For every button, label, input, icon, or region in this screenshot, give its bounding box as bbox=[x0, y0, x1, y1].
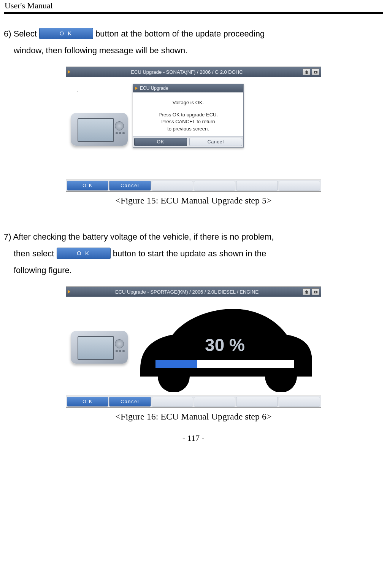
step7-line2-after: button to start the update as shown in t… bbox=[113, 249, 266, 258]
caret-icon bbox=[68, 290, 70, 294]
bottom-empty-button bbox=[194, 181, 235, 191]
progress-track bbox=[155, 360, 294, 368]
figure15-screenshot: ECU Upgrade - SONATA(NF) / 2006 / G 2.0 … bbox=[66, 67, 321, 192]
bottom-cancel-button[interactable]: Cancel bbox=[109, 181, 151, 191]
caret-icon bbox=[135, 87, 138, 90]
ok-button-inline: O K bbox=[39, 28, 93, 39]
figure15-bottombar: O K Cancel bbox=[66, 180, 321, 191]
dialog-msg-line3: Press CANCEL to return bbox=[136, 118, 240, 125]
step6-text-line2: window, then following message will be s… bbox=[4, 42, 383, 59]
ecu-upgrade-dialog: ECU Upgrade Voltage is OK. Press OK to u… bbox=[133, 84, 244, 148]
bottom-empty-button bbox=[279, 397, 320, 407]
step6-text-after-ok: button at the bottom of the update proce… bbox=[95, 29, 265, 38]
bottom-ok-button[interactable]: O K bbox=[67, 397, 108, 407]
device-illustration bbox=[71, 109, 128, 147]
dialog-ok-button[interactable]: OK bbox=[134, 138, 187, 146]
figure-16: ECU Upgrade - SPORTAGE(KM) / 2006 / 2.0L… bbox=[4, 286, 383, 408]
dialog-titlebar: ECU Upgrade bbox=[133, 84, 243, 92]
page-header: User's Manual bbox=[4, 0, 383, 12]
step6-paragraph: 6) Select O K button at the bottom of th… bbox=[4, 25, 383, 59]
header-divider bbox=[4, 12, 383, 14]
bottom-empty-button bbox=[279, 181, 320, 191]
caret-icon bbox=[68, 70, 70, 74]
svg-point-3 bbox=[315, 291, 316, 293]
figure16-caption: <Figure 16: ECU Manual Upgrade step 6> bbox=[4, 412, 383, 422]
dialog-title: ECU Upgrade bbox=[140, 86, 168, 91]
figure15-content: . ECU Upgrade Voltage is OK. Press bbox=[66, 77, 321, 180]
figure-15: ECU Upgrade - SONATA(NF) / 2006 / G 2.0 … bbox=[4, 67, 383, 192]
home-icon[interactable] bbox=[303, 288, 310, 295]
step7-line3: following figure. bbox=[4, 262, 383, 279]
car-progress-graphic: 30 % bbox=[136, 304, 313, 392]
dialog-msg-line1: Voltage is OK. bbox=[136, 99, 240, 106]
figure16-title-text: ECU Upgrade - SPORTAGE(KM) / 2006 / 2.0L… bbox=[73, 289, 301, 295]
home-icon[interactable] bbox=[303, 68, 310, 75]
bottom-empty-button bbox=[152, 397, 193, 407]
page-number: - 117 - bbox=[4, 433, 383, 443]
dialog-msg-line2: Press OK to upgrade ECU. bbox=[136, 111, 240, 118]
step6-text-prefix: 6) Select bbox=[4, 29, 39, 38]
bottom-empty-button bbox=[152, 181, 193, 191]
dot-text: . bbox=[77, 88, 78, 93]
bottom-empty-button bbox=[236, 397, 278, 407]
dialog-msg-line4: to previous screen. bbox=[136, 126, 240, 132]
figure16-titlebar: ECU Upgrade - SPORTAGE(KM) / 2006 / 2.0L… bbox=[66, 287, 321, 297]
figure15-title-text: ECU Upgrade - SONATA(NF) / 2006 / G 2.0 … bbox=[73, 69, 301, 75]
step7-line1: 7) After checking the battery voltage of… bbox=[4, 232, 274, 242]
bottom-cancel-button[interactable]: Cancel bbox=[109, 397, 151, 407]
dialog-buttons: OK Cancel bbox=[133, 136, 243, 147]
figure16-content: 30 % bbox=[66, 297, 321, 396]
bottom-empty-button bbox=[236, 181, 278, 191]
ok-button-inline: O K bbox=[57, 248, 111, 259]
svg-point-1 bbox=[315, 72, 316, 73]
dialog-body: Voltage is OK. Press OK to upgrade ECU. … bbox=[133, 92, 243, 136]
bottom-empty-button bbox=[194, 397, 235, 407]
figure15-titlebar: ECU Upgrade - SONATA(NF) / 2006 / G 2.0 … bbox=[66, 67, 321, 77]
progress-percent-label: 30 % bbox=[136, 335, 313, 355]
camera-icon[interactable] bbox=[312, 288, 319, 295]
step7-line2-prefix: then select bbox=[14, 249, 57, 258]
figure15-caption: <Figure 15: ECU Manual Upgrade step 5> bbox=[4, 195, 383, 206]
bottom-ok-button[interactable]: O K bbox=[67, 181, 108, 191]
device-illustration bbox=[71, 327, 128, 365]
figure16-bottombar: O K Cancel bbox=[66, 396, 321, 407]
step7-line2-wrap: then select O K button to start the upda… bbox=[4, 245, 383, 262]
figure16-screenshot: ECU Upgrade - SPORTAGE(KM) / 2006 / 2.0L… bbox=[66, 286, 321, 408]
camera-icon[interactable] bbox=[312, 68, 319, 75]
dialog-cancel-button[interactable]: Cancel bbox=[189, 138, 242, 146]
step7-paragraph: 7) After checking the battery voltage of… bbox=[4, 229, 383, 279]
progress-fill bbox=[155, 360, 197, 368]
